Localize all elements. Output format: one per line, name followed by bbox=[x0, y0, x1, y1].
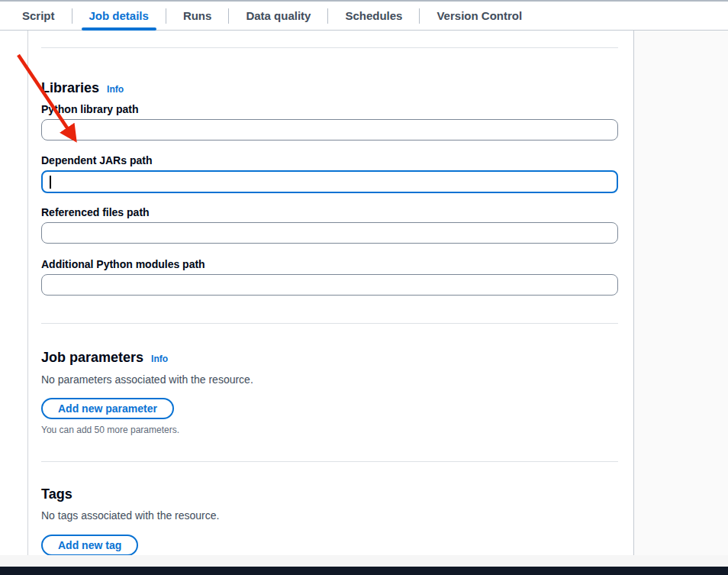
job-parameters-helper-text: You can add 50 more parameters. bbox=[41, 424, 618, 436]
content-right-gutter bbox=[634, 31, 728, 555]
tab-version-control[interactable]: Version Control bbox=[429, 2, 530, 30]
left-spacer bbox=[0, 31, 27, 555]
main-row: LibrariesInfo Python library path Depend… bbox=[0, 31, 728, 555]
footer-bar bbox=[0, 567, 728, 575]
python-library-path-input[interactable] bbox=[41, 119, 618, 141]
libraries-info-link[interactable]: Info bbox=[107, 84, 124, 95]
additional-python-modules-path-label: Additional Python modules path bbox=[41, 257, 618, 271]
tab-runs[interactable]: Runs bbox=[176, 2, 220, 30]
section-divider bbox=[41, 47, 618, 48]
job-details-panel: LibrariesInfo Python library path Depend… bbox=[27, 31, 634, 555]
add-new-tag-button[interactable]: Add new tag bbox=[41, 535, 138, 555]
tab-script[interactable]: Script bbox=[14, 2, 63, 30]
tab-data-quality[interactable]: Data quality bbox=[238, 2, 318, 30]
referenced-files-path-label: Referenced files path bbox=[41, 205, 618, 219]
tab-schedules[interactable]: Schedules bbox=[337, 2, 410, 30]
text-caret bbox=[50, 176, 51, 189]
tab-separator bbox=[166, 8, 166, 24]
libraries-title: Libraries bbox=[41, 80, 99, 95]
page: Script Job details Runs Data quality Sch… bbox=[0, 0, 728, 575]
add-new-parameter-button[interactable]: Add new parameter bbox=[41, 398, 174, 419]
tab-job-details[interactable]: Job details bbox=[82, 2, 156, 30]
dependent-jars-path-input[interactable] bbox=[41, 170, 618, 193]
additional-python-modules-path-input[interactable] bbox=[41, 274, 618, 296]
python-library-path-label: Python library path bbox=[41, 102, 618, 116]
footer-gap bbox=[0, 555, 728, 567]
tab-separator bbox=[228, 8, 229, 24]
tab-separator bbox=[419, 8, 420, 24]
job-parameters-info-link[interactable]: Info bbox=[151, 354, 168, 364]
dependent-jars-path-label: Dependent JARs path bbox=[41, 153, 618, 167]
job-parameters-title: Job parameters bbox=[41, 350, 143, 365]
tags-heading: Tags bbox=[41, 485, 618, 503]
tab-separator bbox=[72, 8, 72, 24]
libraries-heading: LibrariesInfo bbox=[41, 79, 618, 99]
job-parameters-heading: Job parametersInfo bbox=[41, 348, 618, 368]
section-divider bbox=[41, 461, 618, 462]
referenced-files-path-input[interactable] bbox=[41, 222, 618, 244]
tags-title: Tags bbox=[41, 486, 72, 502]
tags-empty-text: No tags associated with the resource. bbox=[41, 508, 618, 523]
tab-separator bbox=[327, 8, 328, 24]
job-parameters-empty-text: No parameters associated with the resour… bbox=[41, 372, 618, 387]
section-divider bbox=[41, 323, 618, 324]
tab-bar: Script Job details Runs Data quality Sch… bbox=[0, 2, 728, 31]
